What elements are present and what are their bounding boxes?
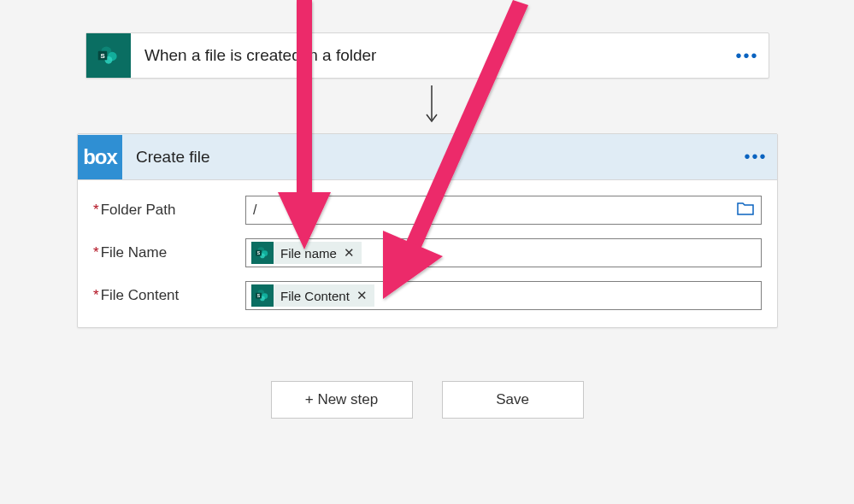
token-remove-icon[interactable]: ✕ [342, 245, 356, 261]
folder-path-input[interactable]: / [245, 196, 762, 225]
field-label-file-name: *File Name [93, 244, 245, 261]
folder-picker-icon[interactable] [735, 202, 756, 220]
token-file-content[interactable]: S File Content ✕ [251, 284, 374, 307]
required-star-icon: * [93, 202, 99, 218]
token-label: File Content [280, 289, 350, 303]
folder-path-value: / [251, 202, 735, 218]
trigger-menu-button[interactable]: ••• [734, 46, 769, 66]
required-star-icon: * [93, 287, 99, 303]
new-step-button[interactable]: + New step [271, 381, 413, 419]
flow-connector-arrow-icon [423, 82, 440, 130]
field-label-folder-path: *Folder Path [93, 202, 245, 219]
sharepoint-icon: S [86, 33, 131, 78]
sharepoint-icon: S [251, 284, 274, 307]
token-remove-icon[interactable]: ✕ [355, 288, 369, 303]
token-label: File name [280, 246, 337, 261]
token-file-name[interactable]: S File name ✕ [251, 242, 362, 264]
field-label-file-content: *File Content [93, 287, 245, 304]
sharepoint-icon: S [251, 242, 274, 264]
file-name-input[interactable]: S File name ✕ [245, 238, 762, 267]
action-title: Create file [122, 148, 743, 167]
field-row-file-content: *File Content S File Content ✕ [93, 281, 762, 310]
action-header[interactable]: box Create file ••• [78, 134, 777, 180]
required-star-icon: * [93, 244, 99, 261]
save-button[interactable]: Save [442, 381, 584, 419]
action-card: box Create file ••• *Folder Path / *File… [77, 133, 778, 328]
field-row-file-name: *File Name S File name ✕ [93, 238, 762, 267]
action-body: *Folder Path / *File Name [78, 180, 777, 327]
file-content-input[interactable]: S File Content ✕ [245, 281, 762, 310]
action-menu-button[interactable]: ••• [743, 147, 777, 167]
box-icon: box [78, 135, 122, 179]
svg-text:S: S [100, 52, 104, 60]
field-row-folder-path: *Folder Path / [93, 196, 762, 225]
trigger-title: When a file is created in a folder [131, 46, 734, 65]
footer-buttons: + New step Save [0, 381, 854, 419]
trigger-card[interactable]: S When a file is created in a folder ••• [85, 32, 769, 79]
